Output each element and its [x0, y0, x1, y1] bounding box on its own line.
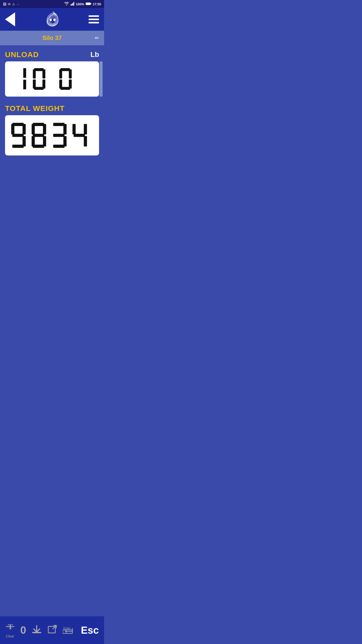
svg-point-9 — [53, 19, 56, 21]
total-weight-header: TOTAL WEIGHT — [5, 104, 99, 113]
scrollbar — [100, 61, 103, 97]
svg-rect-7 — [90, 3, 91, 4]
svg-rect-39 — [53, 145, 65, 148]
signal-icon — [70, 2, 74, 6]
svg-rect-1 — [71, 4, 72, 6]
wifi-icon — [64, 2, 69, 6]
page-title: Silo 37 — [42, 34, 62, 42]
status-bar: 🖼 ✉ ⚠ ··· 100% — [0, 0, 104, 8]
main-content: UNLOAD Lb — [0, 45, 104, 166]
svg-rect-36 — [43, 136, 46, 147]
dots-icon: ··· — [17, 2, 19, 6]
svg-rect-27 — [11, 124, 15, 135]
menu-line-2 — [88, 19, 99, 20]
menu-line-1 — [88, 15, 99, 17]
svg-rect-40 — [63, 124, 67, 135]
svg-rect-44 — [84, 124, 87, 135]
warning-icon: ⚠ — [12, 2, 15, 6]
svg-rect-38 — [53, 134, 65, 137]
svg-rect-0 — [70, 5, 71, 6]
svg-rect-43 — [72, 124, 76, 135]
title-bar: Silo 37 ✏ — [0, 31, 104, 45]
edit-button[interactable]: ✏ — [95, 35, 99, 41]
status-right: 100% 17:55 — [64, 2, 101, 6]
svg-rect-16 — [33, 79, 36, 89]
svg-rect-41 — [63, 136, 67, 147]
app-logo — [40, 11, 63, 28]
image-icon: 🖼 — [3, 2, 6, 6]
svg-rect-14 — [33, 69, 36, 78]
svg-rect-23 — [69, 79, 72, 89]
bottom-spacer — [0, 166, 104, 196]
svg-rect-15 — [42, 69, 45, 78]
svg-rect-6 — [86, 3, 90, 5]
svg-rect-28 — [23, 124, 26, 135]
svg-rect-17 — [42, 79, 45, 89]
svg-rect-11 — [23, 80, 26, 89]
unload-display — [5, 61, 99, 97]
unload-header: UNLOAD Lb — [5, 50, 99, 59]
svg-rect-21 — [69, 69, 72, 78]
battery-percent: 100% — [76, 2, 84, 6]
svg-rect-3 — [73, 2, 74, 6]
svg-rect-20 — [59, 69, 62, 78]
svg-rect-29 — [23, 136, 26, 147]
menu-line-3 — [88, 22, 99, 23]
menu-button[interactable] — [88, 15, 99, 23]
svg-point-8 — [50, 19, 52, 21]
nav-bar — [0, 8, 104, 31]
unload-label: UNLOAD — [5, 50, 39, 59]
svg-rect-22 — [59, 79, 62, 89]
unload-unit: Lb — [90, 51, 99, 59]
status-left: 🖼 ✉ ⚠ ··· — [3, 2, 19, 6]
total-weight-display — [5, 115, 99, 155]
svg-rect-45 — [84, 136, 87, 147]
total-weight-value-svg — [10, 120, 94, 150]
total-weight-label: TOTAL WEIGHT — [5, 104, 65, 113]
back-button[interactable] — [5, 12, 15, 26]
svg-rect-33 — [32, 124, 35, 135]
svg-rect-35 — [32, 136, 35, 147]
svg-rect-34 — [43, 124, 46, 135]
svg-rect-37 — [53, 123, 65, 126]
svg-rect-10 — [23, 68, 26, 78]
svg-rect-26 — [12, 145, 24, 148]
battery-icon — [86, 2, 91, 6]
svg-rect-2 — [72, 3, 73, 6]
mail-icon: ✉ — [8, 2, 11, 6]
unload-value-svg — [10, 66, 94, 92]
time-display: 17:55 — [93, 2, 101, 6]
